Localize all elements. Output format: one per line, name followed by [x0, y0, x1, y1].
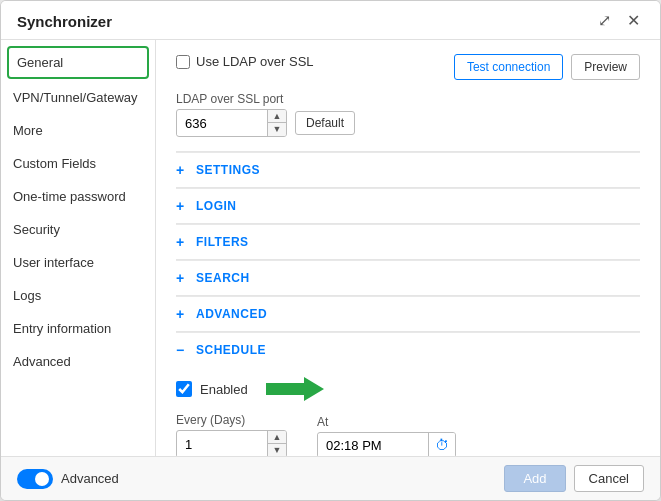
enabled-row: Enabled: [176, 375, 640, 403]
add-button[interactable]: Add: [504, 465, 565, 492]
at-input[interactable]: [318, 434, 428, 457]
section-advanced[interactable]: + ADVANCED: [176, 296, 640, 331]
dialog-header: Synchronizer ⤢ ✕: [1, 1, 660, 40]
footer-left: Advanced: [17, 469, 119, 489]
expand-button[interactable]: ⤢: [594, 11, 615, 31]
search-expand-icon: +: [176, 270, 190, 286]
sidebar-item-more[interactable]: More: [1, 114, 155, 147]
section-settings[interactable]: + SETTINGS: [176, 152, 640, 187]
advanced-toggle[interactable]: [17, 469, 53, 489]
ssl-port-label: LDAP over SSL port: [176, 92, 287, 106]
ldap-ssl-checkbox[interactable]: [176, 55, 190, 69]
every-days-up[interactable]: ▲: [268, 431, 286, 444]
sidebar: General VPN/Tunnel/Gateway More Custom F…: [1, 40, 156, 456]
every-days-down[interactable]: ▼: [268, 444, 286, 456]
section-login[interactable]: + LOGIN: [176, 188, 640, 223]
every-days-input[interactable]: [177, 433, 267, 456]
section-schedule[interactable]: − SCHEDULE: [176, 332, 640, 367]
sidebar-item-one-time-password[interactable]: One-time password: [1, 180, 155, 213]
footer-right: Add Cancel: [504, 465, 644, 492]
every-days-group: Every (Days) ▲ ▼: [176, 413, 287, 456]
dialog-footer: Advanced Add Cancel: [1, 456, 660, 500]
dialog-body: General VPN/Tunnel/Gateway More Custom F…: [1, 40, 660, 456]
ssl-port-spinner: ▲ ▼: [267, 110, 286, 136]
section-filters[interactable]: + FILTERS: [176, 224, 640, 259]
top-buttons: Test connection Preview: [454, 54, 640, 80]
sidebar-item-logs[interactable]: Logs: [1, 279, 155, 312]
dialog-title: Synchronizer: [17, 13, 112, 30]
sidebar-item-entry-information[interactable]: Entry information: [1, 312, 155, 345]
test-connection-button[interactable]: Test connection: [454, 54, 563, 80]
preview-button[interactable]: Preview: [571, 54, 640, 80]
close-button[interactable]: ✕: [623, 11, 644, 31]
ssl-port-group: LDAP over SSL port ▲ ▼: [176, 92, 287, 137]
sidebar-item-user-interface[interactable]: User interface: [1, 246, 155, 279]
filters-expand-icon: +: [176, 234, 190, 250]
every-days-label: Every (Days): [176, 413, 287, 427]
ldap-ssl-checkbox-label[interactable]: Use LDAP over SSL: [176, 54, 314, 69]
port-input-wrap: ▲ ▼: [176, 109, 287, 137]
login-expand-icon: +: [176, 198, 190, 214]
sidebar-item-custom-fields[interactable]: Custom Fields: [1, 147, 155, 180]
toggle-track: [17, 469, 53, 489]
at-group: At ⏱: [317, 415, 456, 456]
advanced-toggle-label: Advanced: [61, 471, 119, 486]
sidebar-item-advanced[interactable]: Advanced: [1, 345, 155, 378]
enabled-checkbox[interactable]: [176, 381, 192, 397]
every-days-spinner: ▲ ▼: [267, 431, 286, 456]
schedule-content: Enabled Every (Days) ▲ ▼: [176, 367, 640, 456]
ssl-port-up[interactable]: ▲: [268, 110, 286, 123]
svg-marker-0: [266, 377, 324, 401]
sidebar-item-security[interactable]: Security: [1, 213, 155, 246]
arrow-annotation: [266, 375, 326, 403]
default-button[interactable]: Default: [295, 111, 355, 135]
schedule-fields: Every (Days) ▲ ▼ At ⏱: [176, 413, 640, 456]
section-search[interactable]: + SEARCH: [176, 260, 640, 295]
enabled-label: Enabled: [200, 382, 248, 397]
top-row: Use LDAP over SSL Test connection Previe…: [176, 54, 640, 80]
header-actions: ⤢ ✕: [594, 11, 644, 31]
advanced-expand-icon: +: [176, 306, 190, 322]
sidebar-item-vpn[interactable]: VPN/Tunnel/Gateway: [1, 81, 155, 114]
main-content: Use LDAP over SSL Test connection Previe…: [156, 40, 660, 456]
sidebar-item-general[interactable]: General: [7, 46, 149, 79]
ssl-port-input[interactable]: [177, 112, 267, 135]
toggle-thumb: [35, 472, 49, 486]
cancel-button[interactable]: Cancel: [574, 465, 644, 492]
schedule-expand-icon: −: [176, 342, 190, 358]
synchronizer-dialog: Synchronizer ⤢ ✕ General VPN/Tunnel/Gate…: [0, 0, 661, 501]
ssl-port-down[interactable]: ▼: [268, 123, 286, 136]
at-label: At: [317, 415, 456, 429]
ssl-port-row: LDAP over SSL port ▲ ▼ Default: [176, 92, 640, 137]
time-picker-icon[interactable]: ⏱: [428, 433, 455, 456]
settings-expand-icon: +: [176, 162, 190, 178]
at-input-wrap: ⏱: [317, 432, 456, 456]
every-days-input-wrap: ▲ ▼: [176, 430, 287, 456]
